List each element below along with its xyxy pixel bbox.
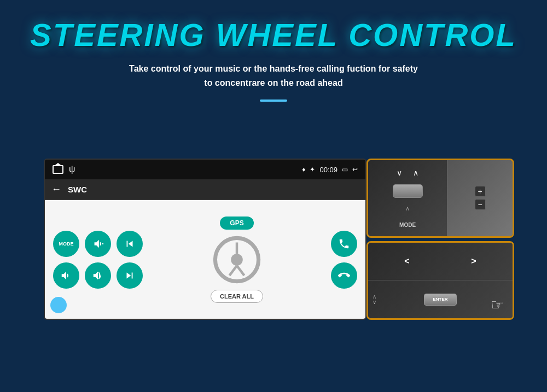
home-icon <box>53 165 63 174</box>
top-panel-content: ∨ ∧ ∧ MODE + − <box>368 160 513 236</box>
mute-icon <box>60 270 72 282</box>
mute-button[interactable] <box>53 262 79 289</box>
arrow-down-icon: ∨ <box>397 168 402 177</box>
prev-track-button[interactable] <box>117 231 143 257</box>
bottom-top-row: < > <box>368 243 513 281</box>
mode-label: MODE <box>399 222 416 228</box>
volume-up-button[interactable] <box>85 262 111 289</box>
swc-content: MODE <box>45 200 365 319</box>
subtitle-text: Take control of your music or the hands-… <box>0 62 547 90</box>
bluetooth-icon: ✦ <box>310 166 315 173</box>
photo-panel-bottom: < > ∧ ∨ ENTER ☞ <box>366 241 514 320</box>
nav-bar: ← SWC <box>45 179 365 200</box>
nav-arrows-bottom: ∧ <box>405 205 410 212</box>
right-arrow-btn: > <box>471 256 476 266</box>
photo-panels: ∨ ∧ ∧ MODE + − < > <box>366 159 514 320</box>
svg-line-5 <box>237 265 245 275</box>
gps-button[interactable]: GPS <box>220 217 253 230</box>
usb-icon: ψ <box>69 165 75 174</box>
back-icon: ↩ <box>352 166 358 173</box>
svg-point-2 <box>231 254 243 266</box>
volume-down-icon <box>92 238 104 250</box>
status-bar: ψ ♦ ✦ 00:09 ▭ ↩ <box>45 160 365 179</box>
steering-wheel-center: GPS CLEAR ALL <box>148 217 325 303</box>
enter-button: ENTER <box>424 294 457 306</box>
clear-all-button[interactable]: CLEAR ALL <box>211 290 263 303</box>
minus-button: − <box>475 199 486 210</box>
prev-track-icon <box>124 238 136 250</box>
android-screen: ψ ♦ ✦ 00:09 ▭ ↩ ← SWC MODE <box>44 159 366 320</box>
steering-wheel-graphic <box>212 235 261 284</box>
phone-end-button[interactable] <box>331 262 357 289</box>
volume-up-icon <box>92 270 104 282</box>
hand-cursor-icon: ☞ <box>491 296 504 314</box>
second-button-column <box>85 231 111 289</box>
title-section: STEERING WHEEL CONTROL Take control of y… <box>0 0 547 102</box>
panel-right: + − <box>447 160 513 236</box>
next-track-icon <box>124 270 136 282</box>
screen-icon: ▭ <box>342 166 348 173</box>
chevron-down-icon: ∧ <box>405 205 410 212</box>
vert-arrows: ∧ ∨ <box>373 294 376 305</box>
nav-arrows-top: ∨ ∧ <box>397 168 418 177</box>
back-button[interactable]: ← <box>51 184 61 195</box>
center-button <box>393 184 423 198</box>
bottom-panel-content: < > ∧ ∨ ENTER ☞ <box>368 243 513 319</box>
pin-icon: ♦ <box>302 166 305 173</box>
photo-panel-top: ∨ ∧ ∧ MODE + − <box>366 159 514 238</box>
bottom-bottom-row: ∧ ∨ ENTER ☞ <box>368 280 513 318</box>
volume-down-button[interactable] <box>85 231 111 257</box>
divider <box>260 100 287 102</box>
status-left: ψ <box>53 165 75 174</box>
phone-end-icon <box>338 270 350 282</box>
left-button-column: MODE <box>53 231 79 289</box>
plus-button: + <box>475 186 486 197</box>
phone-answer-button[interactable] <box>331 231 357 257</box>
right-button-column-1 <box>331 231 357 289</box>
svg-line-4 <box>230 265 237 275</box>
dn-v-icon: ∨ <box>373 300 376 305</box>
blue-indicator <box>50 297 67 313</box>
status-right: ♦ ✦ 00:09 ▭ ↩ <box>302 166 358 174</box>
next-track-button[interactable] <box>117 262 143 289</box>
third-button-column <box>117 231 143 289</box>
arrow-up-icon: ∧ <box>413 168 418 177</box>
phone-answer-icon <box>338 238 350 250</box>
page-title: STEERING WHEEL CONTROL <box>0 16 547 53</box>
panel-left: ∨ ∧ ∧ MODE <box>368 160 447 236</box>
time-display: 00:09 <box>319 166 337 174</box>
mode-button[interactable]: MODE <box>53 231 79 257</box>
left-arrow-btn: < <box>404 256 409 266</box>
nav-title: SWC <box>68 185 87 194</box>
plus-minus-group: + − <box>475 186 486 210</box>
